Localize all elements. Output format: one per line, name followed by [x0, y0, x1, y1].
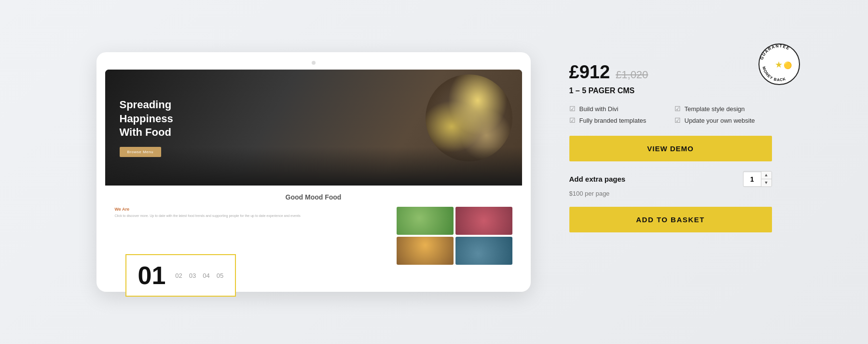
screen-we-are: We Are [115, 207, 393, 212]
pagination-active: 01 [138, 263, 166, 288]
guarantee-badge-wrapper: GUARANTEE ★ 🟡 MONEY BACK [758, 43, 801, 88]
page-04[interactable]: 04 [203, 272, 209, 279]
stepper-up-button[interactable]: ▲ [761, 172, 772, 179]
feature-label-4: Update your own website [685, 117, 755, 124]
quantity-input[interactable] [744, 172, 761, 186]
page-wrapper: Spreading Happiness With Food Browse Men… [0, 0, 868, 344]
feature-label-1: Build with Divi [579, 105, 619, 113]
svg-text:🟡: 🟡 [784, 61, 792, 70]
check-icon-1: ☑ [569, 105, 576, 113]
hero-browse-button[interactable]: Browse Menu [120, 147, 161, 157]
screen-body-text: Click to discover more. Up to date with … [115, 214, 393, 218]
add-to-basket-button[interactable]: ADD TO BASKET [569, 207, 772, 232]
page-05[interactable]: 05 [217, 272, 223, 279]
screen-food-image-1 [397, 207, 454, 235]
extra-pages-price: $100 per page [569, 190, 772, 197]
screen-text-col: We Are Click to discover more. Up to dat… [115, 207, 393, 218]
screen-section-title: Good Mood Food [115, 193, 512, 201]
screen-food-image-4 [455, 237, 512, 265]
page-03[interactable]: 03 [189, 272, 196, 279]
feature-label-2: Template style design [685, 105, 745, 113]
content-area: Spreading Happiness With Food Browse Men… [96, 52, 772, 292]
feature-label-3: Fully branded templates [579, 117, 647, 124]
screen-images-grid [397, 207, 512, 265]
feature-template-style: ☑ Template style design [675, 105, 772, 113]
features-grid: ☑ Build with Divi ☑ Template style desig… [569, 105, 772, 124]
feature-branded-templates: ☑ Fully branded templates [569, 116, 667, 124]
svg-text:★: ★ [775, 60, 783, 70]
screen-hero: Spreading Happiness With Food Browse Men… [105, 70, 522, 186]
product-subtitle: 1 – 5 PAGER CMS [569, 86, 772, 95]
hero-text-block: Spreading Happiness With Food Browse Men… [120, 98, 173, 157]
page-02[interactable]: 02 [175, 272, 182, 279]
feature-update-website: ☑ Update your own website [675, 116, 772, 124]
feature-build-with-divi: ☑ Build with Divi [569, 105, 667, 113]
laptop-section: Spreading Happiness With Food Browse Men… [96, 52, 531, 292]
check-icon-2: ☑ [675, 105, 681, 113]
product-section: GUARANTEE ★ 🟡 MONEY BACK £912 £1,020 [569, 52, 772, 232]
price-original: £1,020 [616, 69, 648, 81]
extra-pages-row: Add extra pages ▲ ▼ [569, 171, 772, 187]
stepper-down-button[interactable]: ▼ [761, 179, 772, 186]
view-demo-button[interactable]: VIEW DEMO [569, 136, 772, 161]
check-icon-3: ☑ [569, 116, 576, 124]
screen-food-image-3 [397, 237, 454, 265]
pagination-box: 01 02 03 04 05 [125, 254, 236, 297]
laptop-screen: Spreading Happiness With Food Browse Men… [105, 70, 522, 272]
screen-food-image-2 [455, 207, 512, 235]
price-current: £912 [569, 62, 610, 83]
extra-pages-label: Add extra pages [569, 175, 626, 183]
pagination-others: 02 03 04 05 [175, 272, 223, 279]
check-icon-4: ☑ [675, 116, 681, 124]
hero-bg: Spreading Happiness With Food Browse Men… [105, 70, 522, 186]
stepper-controls: ▲ ▼ [761, 172, 772, 186]
laptop-camera [312, 61, 316, 65]
hero-title: Spreading Happiness With Food [120, 98, 173, 140]
quantity-stepper[interactable]: ▲ ▼ [743, 171, 772, 187]
guarantee-badge: GUARANTEE ★ 🟡 MONEY BACK [758, 43, 801, 86]
price-row: £912 £1,020 [569, 62, 772, 83]
